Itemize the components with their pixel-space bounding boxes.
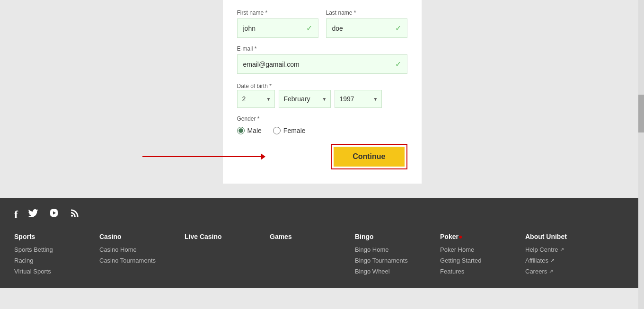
footer-link-bingo-home[interactable]: Bingo Home [355, 246, 412, 253]
footer-col-poker: Poker● Poker Home Getting Started Featur… [440, 233, 497, 279]
footer-col-live-casino: Live Casino [185, 233, 241, 279]
dob-day-wrapper: 2 [237, 90, 275, 108]
first-name-label: First name * [237, 9, 318, 16]
footer: f Sports Sports Betting [0, 198, 644, 288]
gender-female-label: Female [283, 127, 306, 134]
last-name-field-wrapper: ✓ [326, 18, 407, 38]
footer-link-help-centre[interactable]: Help Centre ↗ [525, 246, 582, 253]
dob-day-select[interactable]: 2 [237, 90, 275, 108]
gender-male-label: Male [247, 127, 262, 134]
footer-live-casino-title: Live Casino [185, 233, 241, 240]
footer-link-virtual-sports[interactable]: Virtual Sports [14, 268, 71, 275]
facebook-icon[interactable]: f [14, 208, 18, 221]
footer-col-games: Games [270, 233, 326, 279]
footer-link-bingo-wheel[interactable]: Bingo Wheel [355, 268, 412, 275]
dob-label: Date of birth * [237, 83, 272, 89]
footer-link-bingo-tournaments[interactable]: Bingo Tournaments [355, 257, 412, 264]
footer-link-casino-home[interactable]: Casino Home [99, 246, 156, 253]
footer-link-racing[interactable]: Racing [14, 257, 71, 264]
ext-icon-careers: ↗ [549, 268, 553, 274]
last-name-check-icon: ✓ [395, 24, 401, 33]
footer-link-affiliates[interactable]: Affiliates ↗ [525, 257, 582, 264]
poker-dot: ● [459, 233, 462, 240]
footer-about-title: About Unibet [525, 233, 582, 240]
footer-games-title: Games [270, 233, 326, 240]
dob-year-wrapper: 1997 [335, 90, 382, 108]
footer-col-casino: Casino Casino Home Casino Tournaments [99, 233, 156, 279]
footer-link-features[interactable]: Features [440, 268, 497, 275]
footer-link-casino-tournaments[interactable]: Casino Tournaments [99, 257, 156, 264]
scrollbar-thumb[interactable] [638, 95, 644, 132]
first-name-field-wrapper: ✓ [237, 18, 318, 38]
footer-col-bingo: Bingo Bingo Home Bingo Tournaments Bingo… [355, 233, 412, 279]
dob-month-wrapper: February [279, 90, 331, 108]
email-field-wrapper: ✓ [237, 54, 407, 74]
blog-icon[interactable] [69, 207, 80, 221]
ext-icon-help: ↗ [560, 247, 564, 253]
footer-col-sports: Sports Sports Betting Racing Virtual Spo… [14, 233, 71, 279]
footer-sports-title: Sports [14, 233, 71, 240]
youtube-icon[interactable] [48, 207, 60, 221]
footer-links: Sports Sports Betting Racing Virtual Spo… [14, 233, 630, 279]
gender-female-radio[interactable] [273, 127, 281, 134]
gender-female-option[interactable]: Female [273, 127, 306, 134]
footer-casino-title: Casino [99, 233, 156, 240]
twitter-icon[interactable] [27, 207, 39, 221]
first-name-input[interactable] [243, 25, 306, 32]
arrow-container [142, 153, 265, 160]
gender-radio-group: Male Female [237, 127, 407, 134]
email-check-icon: ✓ [395, 60, 401, 69]
gender-male-option[interactable]: Male [237, 127, 262, 134]
continue-section: Continue [237, 144, 407, 169]
continue-btn-border: Continue [331, 144, 407, 169]
scrollbar[interactable] [638, 0, 644, 309]
social-icons-row: f [14, 207, 630, 221]
footer-link-sports-betting[interactable]: Sports Betting [14, 246, 71, 253]
footer-link-careers[interactable]: Careers ↗ [525, 268, 582, 275]
dob-year-select[interactable]: 1997 [335, 90, 382, 108]
footer-poker-title: Poker● [440, 233, 497, 240]
first-name-check-icon: ✓ [306, 24, 312, 33]
continue-button[interactable]: Continue [334, 147, 404, 167]
dob-month-select[interactable]: February [279, 90, 331, 108]
footer-link-getting-started[interactable]: Getting Started [440, 257, 497, 264]
footer-link-poker-home[interactable]: Poker Home [440, 246, 497, 253]
footer-bingo-title: Bingo [355, 233, 412, 240]
last-name-label: Last name * [326, 9, 407, 16]
footer-col-about: About Unibet Help Centre ↗ Affiliates ↗ … [525, 233, 582, 279]
last-name-input[interactable] [332, 25, 395, 32]
gender-male-radio[interactable] [237, 127, 245, 134]
email-input[interactable] [243, 61, 395, 68]
email-label: E-mail * [237, 45, 407, 52]
arrow-line [142, 156, 261, 157]
ext-icon-affiliates: ↗ [550, 257, 555, 264]
gender-label: Gender * [237, 115, 407, 122]
arrow-head-icon [261, 153, 265, 160]
